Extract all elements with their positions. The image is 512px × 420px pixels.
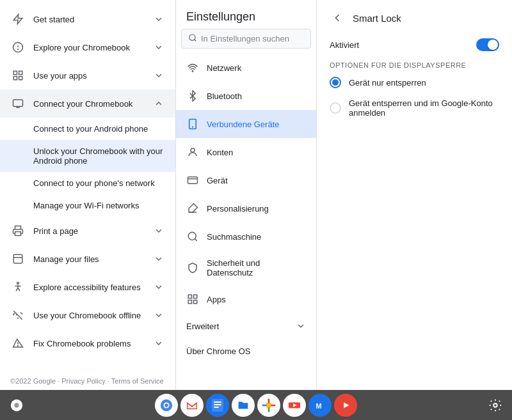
taskbar-play[interactable] (334, 394, 357, 417)
taskbar-meet[interactable]: M (308, 394, 332, 417)
svg-point-14 (17, 283, 19, 284)
svg-point-51 (493, 403, 497, 407)
nav-label-use-apps: Use your apps (33, 71, 152, 81)
nav-item-connect-chromebook[interactable]: Connect your Chromebook (0, 89, 175, 118)
svg-rect-5 (19, 71, 22, 74)
svg-rect-7 (19, 77, 22, 80)
nav-item-fix-problems[interactable]: Fix Chromebook problems (0, 329, 175, 357)
sub-item-unlock-chromebook[interactable]: Unlock your Chromebook with your Android… (0, 140, 175, 172)
chevron-print (152, 224, 165, 237)
sicherheit-icon (186, 261, 199, 274)
erweitert-row[interactable]: Erweitert (176, 313, 316, 339)
taskbar-files[interactable] (232, 394, 255, 417)
optionen-label: Optionen für die Displaysperre (330, 61, 499, 69)
settings-nav-bluetooth[interactable]: Bluetooth (176, 82, 316, 110)
print-icon (10, 223, 26, 238)
settings-nav-verbundene[interactable]: Verbundene Geräte (176, 110, 316, 138)
radio-entsperren-anmelden[interactable]: Gerät entsperren und im Google-Konto anm… (330, 98, 499, 118)
chevron-use-apps (152, 69, 165, 82)
launcher-button[interactable] (5, 394, 28, 417)
taskbar-docs[interactable] (206, 394, 229, 417)
offline-icon (10, 307, 26, 323)
explore-chromebook-icon (10, 40, 26, 55)
use-apps-icon (10, 68, 26, 83)
settings-nav-personalisierung[interactable]: Personalisierung (176, 194, 316, 222)
nav-label-offline: Use your Chromebook offline (33, 311, 152, 320)
svg-rect-29 (188, 295, 191, 298)
radio-text-1: Gerät nur entsperren (349, 78, 426, 88)
nav-label-fix-problems: Fix Chromebook problems (33, 339, 152, 348)
verbundene-label: Verbundene Geräte (207, 120, 279, 129)
chevron-get-started (152, 13, 165, 26)
settings-header: Einstellungen (176, 0, 316, 29)
get-started-icon (10, 12, 26, 27)
svg-line-19 (195, 40, 196, 42)
svg-rect-11 (15, 232, 21, 236)
erweitert-label: Erweitert (186, 322, 293, 331)
svg-rect-24 (188, 177, 198, 184)
settings-nav-konten[interactable]: Konten (176, 138, 316, 166)
taskbar-launcher (5, 394, 28, 417)
nav-item-explore-chromebook[interactable]: Explore your Chromebook (0, 33, 175, 61)
sub-item-manage-wifi[interactable]: Manage your Wi-Fi networks (0, 194, 175, 217)
radio-nur-entsperren[interactable]: Gerät nur entsperren (330, 77, 499, 88)
svg-point-18 (189, 35, 195, 40)
nav-item-use-apps[interactable]: Use your apps (0, 61, 175, 89)
gerat-icon (186, 174, 199, 187)
nav-item-accessibility[interactable]: Explore accessibility features (0, 273, 175, 301)
taskbar-settings-area (484, 394, 507, 417)
uber-row[interactable]: Über Chrome OS (176, 339, 316, 364)
personalisierung-label: Personalisierung (207, 204, 269, 214)
bluetooth-label: Bluetooth (207, 91, 242, 101)
settings-nav-gerat[interactable]: Gerät (176, 166, 316, 194)
nav-item-files[interactable]: Manage your files (0, 245, 175, 273)
taskbar-gmail[interactable] (180, 394, 204, 417)
aktiviert-toggle[interactable] (476, 38, 499, 51)
svg-rect-12 (13, 254, 22, 263)
connect-chromebook-icon (10, 96, 26, 111)
settings-button[interactable] (484, 394, 507, 417)
nav-label-connect-chromebook: Connect your Chromebook (33, 99, 152, 109)
nav-label-accessibility: Explore accessibility features (33, 283, 152, 292)
middle-panel: Einstellungen In Einstellungen suchen Ne… (176, 0, 317, 390)
nav-item-offline[interactable]: Use your Chromebook offline (0, 301, 175, 329)
search-box[interactable]: In Einstellungen suchen (181, 29, 311, 49)
right-header: Smart Lock (330, 10, 499, 26)
settings-title: Einstellungen (186, 10, 255, 24)
gerat-label: Gerät (207, 176, 228, 185)
sub-item-connect-network[interactable]: Connect to your phone's network (0, 172, 175, 194)
konten-icon (186, 146, 199, 159)
settings-nav-apps[interactable]: Apps (176, 285, 316, 313)
radio-inner-1 (332, 79, 339, 86)
svg-point-27 (188, 232, 196, 240)
nav-item-print[interactable]: Print a page (0, 217, 175, 245)
sicherheit-label: Sicherheit und Datenschutz (207, 258, 306, 277)
settings-nav-netzwerk[interactable]: Netzwerk (176, 54, 316, 82)
radio-circle-2 (330, 102, 341, 114)
settings-nav-suchmaschine[interactable]: Suchmaschine (176, 222, 316, 251)
svg-point-23 (191, 148, 195, 152)
back-button[interactable] (330, 10, 345, 26)
search-placeholder: In Einstellungen suchen (201, 34, 289, 43)
nav-label-explore-chromebook: Explore your Chromebook (33, 43, 152, 52)
taskbar-chrome[interactable] (155, 394, 178, 417)
search-icon (188, 33, 197, 44)
nav-item-get-started[interactable]: Get started (0, 5, 175, 33)
sub-item-connect-android[interactable]: Connect to your Android phone (0, 118, 175, 140)
chevron-fix (152, 337, 165, 350)
taskbar-photos[interactable] (257, 394, 280, 417)
fix-problems-icon (10, 336, 26, 351)
svg-line-28 (195, 238, 196, 240)
uber-label: Über Chrome OS (186, 346, 250, 356)
footer-text: ©2022 Google · Privacy Policy · Terms of… (10, 377, 164, 385)
verbundene-icon (186, 118, 199, 130)
files-icon (10, 251, 26, 267)
svg-rect-4 (13, 71, 17, 74)
toggle-knob (488, 40, 498, 50)
svg-point-37 (164, 403, 168, 407)
aktiviert-label: Aktiviert (330, 40, 359, 50)
settings-nav-sicherheit[interactable]: Sicherheit und Datenschutz (176, 251, 316, 285)
taskbar-youtube[interactable] (283, 394, 306, 417)
left-panel: Get started Explore your Chromebook Use … (0, 0, 176, 390)
svg-point-20 (192, 71, 193, 72)
